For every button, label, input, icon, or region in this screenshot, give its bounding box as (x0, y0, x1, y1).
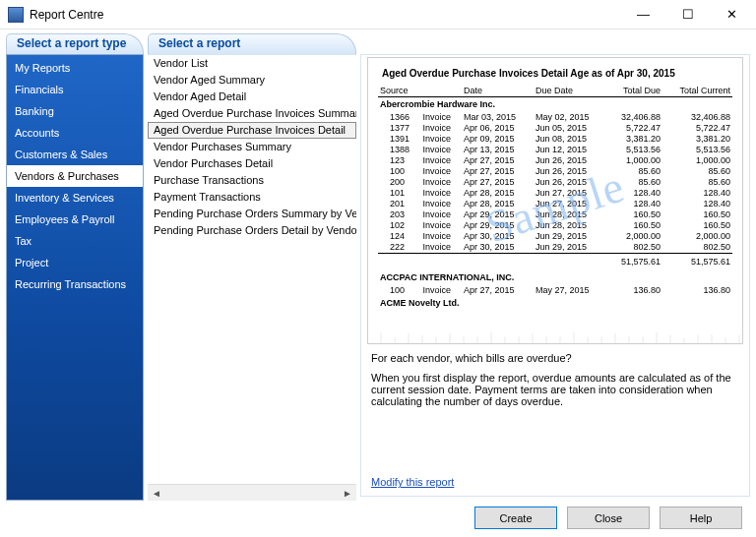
create-button[interactable]: Create (474, 507, 557, 529)
report-type-item[interactable]: Employees & Payroll (7, 209, 143, 230)
report-list-item[interactable]: Payment Transactions (148, 189, 356, 206)
report-list-item[interactable]: Purchase Transactions (148, 172, 356, 189)
report-type-header: Select a report type (6, 33, 144, 54)
report-type-item[interactable]: Accounts (7, 122, 143, 144)
report-list-item[interactable]: Vendor Purchases Detail (148, 155, 356, 172)
report-list-item[interactable]: Vendor List (148, 55, 356, 72)
report-list-item[interactable]: Pending Purchase Orders Summary by Vendo… (148, 206, 356, 222)
title-bar: Report Centre — ☐ ✕ (0, 0, 756, 30)
scroll-left-icon[interactable]: ◄ (152, 488, 161, 499)
window-title: Report Centre (30, 8, 621, 22)
scroll-right-icon[interactable]: ► (343, 488, 352, 499)
button-bar: Create Close Help (474, 507, 742, 529)
description-body: When you first display the report, overd… (371, 372, 739, 407)
report-type-item[interactable]: Recurring Transactions (7, 273, 143, 295)
help-button[interactable]: Help (660, 507, 742, 529)
maximize-button[interactable]: ☐ (665, 1, 710, 29)
report-type-item[interactable]: Inventory & Services (7, 187, 143, 209)
report-preview-image: Aged Overdue Purchase Invoices Detail Ag… (367, 57, 743, 344)
close-button[interactable]: Close (567, 507, 650, 529)
report-list-item[interactable]: Vendor Aged Summary (148, 72, 356, 89)
preview-title: Aged Overdue Purchase Invoices Detail Ag… (368, 58, 742, 85)
torn-edge-decoration (368, 330, 742, 344)
report-list-item[interactable]: Aged Overdue Purchase Invoices Detail (148, 122, 356, 139)
report-type-list: My ReportsFinancialsBankingAccountsCusto… (6, 54, 144, 501)
report-list-item[interactable]: Vendor Purchases Summary (148, 139, 356, 155)
app-icon (8, 7, 24, 23)
preview-pane: Aged Overdue Purchase Invoices Detail Ag… (360, 54, 750, 497)
description-question: For each vendor, which bills are overdue… (371, 352, 739, 364)
report-type-item[interactable]: My Reports (7, 57, 143, 79)
modify-report-link[interactable]: Modify this report (371, 476, 454, 488)
horizontal-scrollbar[interactable]: ◄ ► (148, 484, 356, 501)
preview-table: SourceDateDue DateTotal DueTotal Current… (378, 85, 732, 311)
report-list-item[interactable]: Pending Purchase Orders Detail by Vendor (148, 222, 356, 239)
report-type-item[interactable]: Vendors & Purchases (7, 165, 143, 187)
report-type-item[interactable]: Tax (7, 230, 143, 252)
report-list-item[interactable]: Aged Overdue Purchase Invoices Summary (148, 105, 356, 122)
report-type-item[interactable]: Financials (7, 79, 143, 100)
report-type-item[interactable]: Banking (7, 100, 143, 122)
report-list-item[interactable]: Vendor Aged Detail (148, 89, 356, 105)
report-type-item[interactable]: Customers & Sales (7, 144, 143, 165)
minimize-button[interactable]: — (621, 1, 665, 29)
report-list: Vendor ListVendor Aged SummaryVendor Age… (148, 54, 356, 501)
report-list-header: Select a report (148, 33, 356, 54)
close-window-button[interactable]: ✕ (710, 1, 754, 29)
report-type-item[interactable]: Project (7, 252, 143, 273)
report-description: For each vendor, which bills are overdue… (365, 344, 745, 417)
